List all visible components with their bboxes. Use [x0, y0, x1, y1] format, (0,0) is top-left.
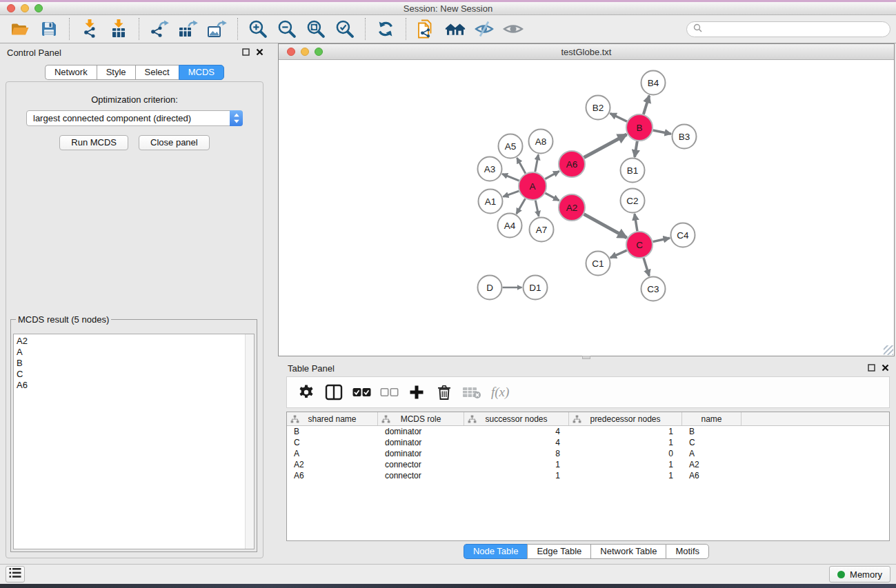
- search-input[interactable]: [706, 24, 884, 34]
- graph-edge-B-B1[interactable]: [635, 141, 637, 157]
- toggle-columns-icon[interactable]: [323, 382, 344, 403]
- close-panel-icon[interactable]: [256, 48, 263, 56]
- export-table-icon[interactable]: [178, 19, 199, 39]
- first-neighbors-icon[interactable]: [445, 19, 466, 39]
- graph-edge-A-A7[interactable]: [535, 201, 539, 216]
- graph-edge-A-A2[interactable]: [545, 193, 559, 201]
- cell-successor-nodes[interactable]: 4: [464, 427, 569, 436]
- cell-predecessor-nodes[interactable]: 1: [569, 438, 682, 447]
- tab-network[interactable]: Network: [45, 65, 97, 80]
- column-header-successor-nodes[interactable]: successor nodes: [464, 412, 569, 425]
- result-list-item[interactable]: A2: [14, 334, 254, 347]
- graph-edge-B-B2[interactable]: [610, 113, 627, 121]
- tab-style[interactable]: Style: [97, 65, 135, 80]
- result-list-item[interactable]: A6: [14, 380, 254, 391]
- cell-shared-name[interactable]: A6: [287, 471, 378, 480]
- tab-mcds[interactable]: MCDS: [179, 65, 224, 80]
- graph-edge-C-C2[interactable]: [635, 214, 637, 231]
- cell-successor-nodes[interactable]: 1: [464, 471, 569, 480]
- graph-edge-A6-B[interactable]: [584, 134, 627, 157]
- table-tab-network-table[interactable]: Network Table: [590, 544, 666, 559]
- graph-edge-B-B4[interactable]: [644, 96, 649, 114]
- result-list-item[interactable]: A: [14, 347, 254, 358]
- import-network-icon[interactable]: [79, 19, 100, 39]
- column-header-shared-name[interactable]: shared name: [287, 412, 378, 425]
- cell-name[interactable]: C: [682, 438, 741, 447]
- column-header-name[interactable]: name: [682, 412, 741, 425]
- cell-MCDS-role[interactable]: connector: [378, 460, 464, 469]
- float-table-panel-icon[interactable]: [868, 364, 875, 372]
- cell-MCDS-role[interactable]: dominator: [378, 438, 464, 447]
- deselect-all-icon[interactable]: [379, 382, 399, 403]
- cell-name[interactable]: A2: [682, 460, 741, 469]
- cell-successor-nodes[interactable]: 8: [464, 449, 569, 458]
- run-mcds-button[interactable]: Run MCDS: [59, 135, 128, 150]
- result-list-item[interactable]: C: [14, 369, 254, 380]
- table-row[interactable]: A2connector11A2: [287, 459, 889, 470]
- network-close-button[interactable]: [287, 48, 295, 56]
- select-all-icon[interactable]: [351, 382, 372, 403]
- cell-predecessor-nodes[interactable]: 1: [569, 460, 682, 469]
- cell-MCDS-role[interactable]: dominator: [378, 427, 464, 436]
- cell-MCDS-role[interactable]: connector: [378, 471, 464, 480]
- column-header-predecessor-nodes[interactable]: predecessor nodes: [569, 412, 682, 425]
- cell-predecessor-nodes[interactable]: 1: [569, 427, 682, 436]
- graph-edge-A-A6[interactable]: [545, 171, 559, 179]
- zoom-in-icon[interactable]: [248, 19, 268, 39]
- cell-name[interactable]: A: [682, 449, 741, 458]
- cell-name[interactable]: B: [682, 427, 741, 436]
- show-hidden-icon[interactable]: [503, 19, 524, 39]
- column-header-MCDS-role[interactable]: MCDS role: [378, 412, 464, 425]
- float-panel-icon[interactable]: [242, 48, 250, 56]
- import-table-icon[interactable]: [108, 19, 129, 39]
- graph-edge-A-A3[interactable]: [502, 174, 519, 181]
- delete-table-icon[interactable]: [461, 382, 482, 403]
- graph-edge-C-C3[interactable]: [644, 258, 649, 276]
- cell-successor-nodes[interactable]: 1: [464, 460, 569, 469]
- result-list-scrollbar[interactable]: [245, 334, 254, 549]
- node-table[interactable]: shared nameMCDS rolesuccessor nodesprede…: [286, 412, 890, 541]
- cell-name[interactable]: A6: [682, 471, 741, 480]
- minimize-window-button[interactable]: [21, 4, 29, 12]
- graph-edge-A-A5[interactable]: [517, 158, 525, 174]
- table-row[interactable]: A6connector11A6: [287, 470, 889, 481]
- network-maximize-button[interactable]: [315, 48, 323, 56]
- network-graph[interactable]: B4B2BB3A5A8A6A3B1AA1A2C2A4A7CC4C1C3DD1: [279, 60, 894, 356]
- zoom-selected-icon[interactable]: [335, 19, 355, 39]
- table-tab-node-table[interactable]: Node Table: [464, 544, 528, 559]
- zoom-out-icon[interactable]: [277, 19, 297, 39]
- cell-MCDS-role[interactable]: dominator: [378, 449, 464, 458]
- graph-edge-A-A1[interactable]: [503, 191, 519, 196]
- export-image-icon[interactable]: [207, 19, 228, 39]
- graph-edge-C-C4[interactable]: [653, 238, 670, 241]
- graph-edge-A2-C[interactable]: [584, 214, 627, 238]
- table-row[interactable]: Adominator80A: [287, 448, 889, 459]
- result-list-item[interactable]: B: [14, 358, 254, 369]
- cell-shared-name[interactable]: A: [287, 449, 378, 458]
- search-box[interactable]: [686, 21, 890, 37]
- cell-predecessor-nodes[interactable]: 0: [569, 449, 682, 458]
- settings-gear-icon[interactable]: [296, 382, 317, 403]
- graph-edge-A-A4[interactable]: [517, 199, 526, 214]
- cell-successor-nodes[interactable]: 4: [464, 438, 569, 447]
- maximize-window-button[interactable]: [34, 4, 43, 12]
- network-minimize-button[interactable]: [301, 48, 309, 56]
- window-resize-grip[interactable]: [884, 345, 893, 355]
- save-session-icon[interactable]: [39, 19, 59, 39]
- open-file-icon[interactable]: [10, 19, 30, 39]
- function-builder-icon[interactable]: f(x): [491, 385, 509, 400]
- delete-column-icon[interactable]: [434, 382, 455, 403]
- graph-edge-A-A8[interactable]: [535, 154, 539, 172]
- table-row[interactable]: Cdominator41C: [287, 437, 889, 448]
- cell-shared-name[interactable]: B: [287, 427, 378, 436]
- table-tab-edge-table[interactable]: Edge Table: [527, 544, 590, 559]
- network-window-titlebar[interactable]: testGlobe.txt: [279, 44, 894, 60]
- export-network-icon[interactable]: [149, 19, 170, 39]
- close-table-panel-icon[interactable]: [882, 364, 889, 372]
- refresh-layout-icon[interactable]: [375, 19, 396, 39]
- memory-button[interactable]: Memory: [829, 566, 890, 582]
- graph-edge-B-B3[interactable]: [653, 130, 671, 134]
- optimization-criterion-select[interactable]: largest connected component (directed): [26, 110, 243, 126]
- cell-predecessor-nodes[interactable]: 1: [569, 471, 682, 480]
- hide-selected-icon[interactable]: [474, 19, 495, 39]
